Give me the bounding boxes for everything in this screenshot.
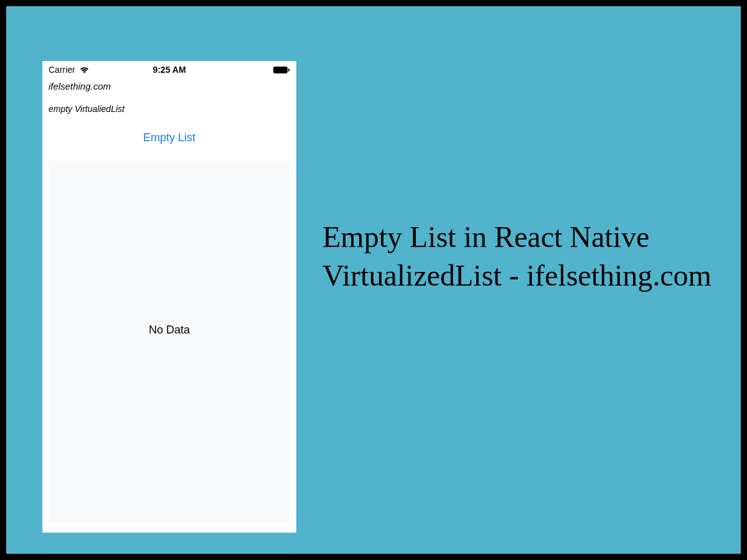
svg-rect-0 xyxy=(273,67,288,73)
status-bar-time: 9:25 AM xyxy=(153,65,186,75)
status-bar-left: Carrier xyxy=(49,65,90,75)
phone-simulator-frame: Carrier 9:25 AM ifelsething.com xyxy=(42,61,296,533)
battery-icon xyxy=(273,66,290,74)
virtualized-list-container[interactable]: No Data xyxy=(49,162,290,523)
page-headline: Empty List in React Native VirtualizedLi… xyxy=(322,218,727,296)
app-header: ifelsething.com xyxy=(42,78,296,93)
empty-list-button-label: Empty List xyxy=(143,131,195,144)
screen-subtitle: empty VirtualiedList xyxy=(42,93,296,116)
svg-rect-1 xyxy=(288,68,289,72)
wifi-icon xyxy=(79,66,90,73)
carrier-label: Carrier xyxy=(49,65,75,75)
background-canvas: Carrier 9:25 AM ifelsething.com xyxy=(6,6,741,554)
empty-list-button[interactable]: Empty List xyxy=(42,116,296,156)
empty-state-label: No Data xyxy=(149,324,190,337)
status-bar: Carrier 9:25 AM xyxy=(42,61,296,78)
site-name-label: ifelsething.com xyxy=(49,81,290,91)
status-bar-right xyxy=(273,66,290,74)
